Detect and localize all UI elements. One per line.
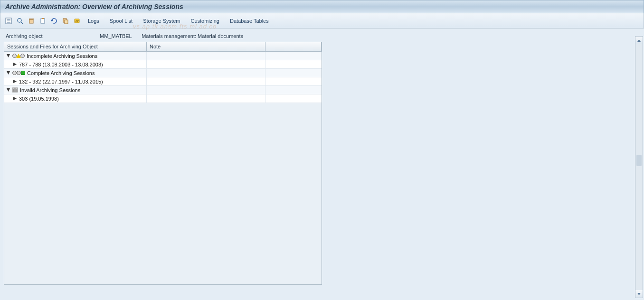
- delete-icon[interactable]: [27, 17, 36, 25]
- svg-rect-9: [42, 18, 44, 19]
- content-area: Archiving object MM_MATBEL Materials man…: [0, 28, 644, 299]
- status-complete-icon: [12, 71, 25, 75]
- expander-icon[interactable]: [13, 79, 17, 84]
- svg-marker-24: [13, 97, 17, 100]
- header-sessions[interactable]: Sessions and Files for Archiving Object: [4, 42, 147, 51]
- scroll-down-button[interactable]: [635, 290, 643, 298]
- svg-marker-17: [7, 71, 10, 75]
- svg-text:ab: ab: [76, 19, 79, 23]
- row-text: Invalid Archiving Sessions: [20, 87, 80, 93]
- menu-spool-list[interactable]: Spool List: [106, 17, 136, 25]
- expander-icon[interactable]: [6, 54, 10, 58]
- svg-point-4: [18, 19, 21, 22]
- svg-rect-8: [41, 19, 45, 23]
- scroll-up-button[interactable]: [635, 37, 643, 44]
- scroll-thumb[interactable]: [636, 155, 642, 166]
- row-text: 303 (19.05.1998): [19, 96, 59, 102]
- inspect-icon[interactable]: [16, 17, 24, 25]
- highlight-icon[interactable]: ab: [73, 17, 81, 25]
- expander-icon[interactable]: [13, 62, 17, 66]
- clipboard-icon[interactable]: [38, 17, 47, 25]
- row-text: 787 - 788 (13.08.2003 - 13.08.2003): [19, 62, 103, 67]
- archiving-object-label: Archiving object: [6, 33, 98, 39]
- svg-marker-18: [13, 80, 17, 83]
- scroll-track[interactable]: [635, 44, 643, 290]
- menu-logs[interactable]: Logs: [84, 17, 103, 25]
- header-empty[interactable]: [265, 42, 322, 51]
- table-header: Sessions and Files for Archiving Object …: [4, 42, 322, 52]
- header-note[interactable]: Note: [147, 42, 265, 51]
- toolbar: ab Logs Spool List Storage System Custom…: [0, 13, 644, 28]
- table-row[interactable]: Incomplete Archiving Sessions: [4, 52, 322, 60]
- expander-icon[interactable]: [6, 88, 10, 92]
- table-row[interactable]: 132 - 932 (22.07.1997 - 11.03.2015): [4, 77, 322, 86]
- svg-marker-25: [637, 39, 641, 42]
- svg-marker-10: [51, 19, 53, 21]
- svg-marker-15: [7, 54, 10, 57]
- status-incomplete-icon: [12, 54, 25, 58]
- table-row[interactable]: 787 - 788 (13.08.2003 - 13.08.2003): [4, 60, 322, 69]
- table-row[interactable]: Complete Archiving Sessions: [4, 69, 322, 77]
- sessions-table: Sessions and Files for Archiving Object …: [4, 42, 322, 285]
- vertical-scrollbar[interactable]: [635, 36, 643, 298]
- row-text: Incomplete Archiving Sessions: [27, 53, 97, 59]
- copy-icon[interactable]: [61, 17, 70, 25]
- row-text: Complete Archiving Sessions: [27, 70, 95, 76]
- expander-icon[interactable]: [6, 71, 10, 75]
- refresh-icon[interactable]: [50, 17, 58, 25]
- svg-marker-16: [13, 63, 17, 66]
- svg-marker-26: [637, 293, 641, 295]
- status-invalid-icon: [12, 87, 18, 93]
- menu-database-tables[interactable]: Database Tables: [226, 17, 273, 25]
- list-icon[interactable]: [4, 17, 13, 25]
- expander-icon[interactable]: [13, 96, 17, 101]
- menu-customizing[interactable]: Customizing: [187, 17, 223, 25]
- svg-rect-12: [65, 20, 68, 24]
- svg-marker-19: [7, 88, 10, 92]
- svg-line-5: [21, 22, 23, 24]
- archiving-object-code: MM_MATBEL: [100, 33, 140, 39]
- row-text: 132 - 932 (22.07.1997 - 11.03.2015): [19, 79, 103, 84]
- archiving-object-desc: Materials management: Material documents: [142, 33, 243, 39]
- page-title: Archive Administration: Overview of Arch…: [5, 3, 183, 10]
- archiving-object-line: Archiving object MM_MATBEL Materials man…: [4, 31, 640, 42]
- table-row[interactable]: Invalid Archiving Sessions: [4, 86, 322, 94]
- table-body: Incomplete Archiving Sessions 787 - 788 …: [4, 52, 322, 284]
- title-bar: Archive Administration: Overview of Arch…: [0, 0, 644, 13]
- table-row[interactable]: 303 (19.05.1998): [4, 94, 322, 103]
- svg-rect-6: [29, 19, 33, 23]
- menu-storage-system[interactable]: Storage System: [139, 17, 184, 25]
